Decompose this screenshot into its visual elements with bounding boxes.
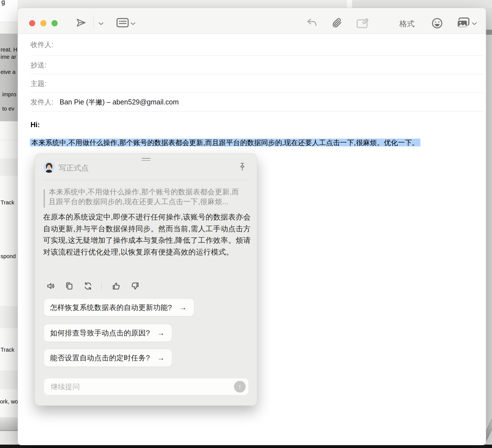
reply-icon[interactable]: [306, 17, 317, 28]
subject-label: 主题:: [31, 79, 46, 88]
suggestion-button[interactable]: 能否设置自动点击的定时任务? →: [44, 349, 172, 367]
background-block: [486, 30, 492, 35]
arrow-right-icon: →: [179, 303, 187, 312]
header-fields-icon[interactable]: [116, 18, 129, 27]
from-field[interactable]: 发件人: Ban Pie (半撇) – aben529@gmail.com: [18, 93, 486, 111]
emoji-icon[interactable]: [432, 18, 443, 29]
to-label: 收件人:: [31, 40, 53, 49]
format-button[interactable]: 格式: [395, 19, 419, 29]
panel-title: 写正式点: [58, 163, 89, 173]
close-button[interactable]: [29, 20, 35, 26]
pin-icon[interactable]: [238, 162, 247, 171]
divider: [0, 140, 18, 140]
from-value[interactable]: Ban Pie (半撇) – aben529@gmail.com: [60, 97, 179, 107]
mail-list-fragment: Track: [1, 347, 14, 353]
arrow-up-icon: ↑: [238, 383, 242, 391]
quote-bar: [44, 189, 45, 208]
highlighted-text: 本来系统中,不用做什么操作,那个账号的数据表都会更新,而且跟平台的数据同步的,现…: [30, 139, 420, 146]
background-block: [0, 431, 18, 445]
background-block: [0, 306, 18, 328]
send-question-button[interactable]: ↑: [234, 381, 246, 393]
background-strip-right: [486, 8, 492, 445]
background-mail-list: g reat. H ime ar eive a impro to ev Trac…: [0, 0, 18, 448]
send-icon[interactable]: [76, 17, 86, 28]
suggestion-button[interactable]: 如何排查导致手动点击的原因? →: [44, 324, 172, 342]
cc-label: 抄送:: [31, 60, 46, 70]
clipped-text: g: [1, 0, 5, 6]
body-greeting: Hi:: [31, 121, 40, 129]
arrow-right-icon: →: [157, 329, 165, 337]
assistant-avatar: [43, 162, 55, 173]
divider: [31, 111, 483, 111]
from-label: 发件人:: [31, 97, 53, 107]
to-field[interactable]: 收件人:: [18, 34, 486, 56]
mail-list-fragment: impro: [2, 91, 16, 97]
ai-assistant-panel: 写正式点 本来系统中,不用做什么操作,那个账号的数据表都会更新,而且跟平台的数据…: [35, 153, 257, 406]
subject-field[interactable]: 主题:: [18, 74, 486, 93]
background-block: [0, 22, 18, 34]
suggestion-label: 能否设置自动点击的定时任务?: [50, 353, 150, 363]
read-aloud-icon[interactable]: [46, 281, 55, 291]
background-window-edge: [347, 0, 352, 8]
paperclip-icon[interactable]: [331, 17, 343, 29]
divider: [42, 180, 250, 180]
toolbar-divider: [93, 17, 94, 29]
mail-list-fragment: ime ar: [1, 54, 16, 60]
include-attachment-icon[interactable]: [357, 18, 369, 29]
mail-list-fragment: spond: [1, 253, 16, 259]
suggestion-label: 如何排查导致手动点击的原因?: [50, 328, 150, 338]
divider: [101, 282, 102, 290]
screen: g reat. H ime ar eive a impro to ev Trac…: [0, 0, 492, 448]
follow-up-input[interactable]: [50, 382, 234, 391]
minimize-button[interactable]: [40, 20, 46, 26]
copy-icon[interactable]: [65, 281, 74, 291]
background-strip-top: [18, 0, 492, 8]
quoted-source-text: 本来系统中,不用做什么操作,那个账号的数据表都会更新,而且跟平台的数据同步的,现…: [49, 187, 245, 207]
chevron-down-icon[interactable]: [130, 22, 135, 25]
selected-body-text[interactable]: 本来系统中,不用做什么操作,那个账号的数据表都会更新,而且跟平台的数据同步的,现…: [30, 138, 420, 147]
arrow-right-icon: →: [157, 354, 165, 362]
background-block: [0, 370, 18, 389]
follow-up-input-bar: ↑: [44, 378, 249, 395]
zoom-button[interactable]: [51, 20, 58, 26]
compose-toolbar: 格式: [18, 8, 486, 34]
photo-browser-icon[interactable]: [457, 17, 470, 29]
mail-list-fragment: to ev: [2, 106, 14, 112]
mail-list-fragment: Track: [1, 199, 14, 206]
thumbs-down-icon[interactable]: [130, 281, 140, 291]
chevron-down-icon[interactable]: [99, 22, 104, 25]
background-block: [0, 417, 18, 431]
regenerate-icon[interactable]: [83, 281, 93, 291]
mail-list-fragment: ork, wo: [0, 398, 18, 405]
suggestion-label: 怎样恢复系统数据表的自动更新功能?: [50, 303, 172, 312]
suggestion-button[interactable]: 怎样恢复系统数据表的自动更新功能? →: [44, 298, 194, 316]
mail-list-fragment: reat. H: [1, 46, 17, 53]
thumbs-up-icon[interactable]: [112, 281, 121, 291]
background-block: [352, 0, 492, 8]
background-block: [0, 158, 18, 176]
drag-handle[interactable]: [142, 158, 151, 162]
mail-list-fragment: eive a: [1, 69, 15, 75]
assistant-response: 在原本的系统设定中,即便不进行任何操作,该账号的数据表亦会自动更新,并与平台数据…: [43, 211, 254, 258]
chevron-down-icon[interactable]: [472, 22, 477, 25]
cc-field[interactable]: 抄送:: [18, 56, 486, 74]
